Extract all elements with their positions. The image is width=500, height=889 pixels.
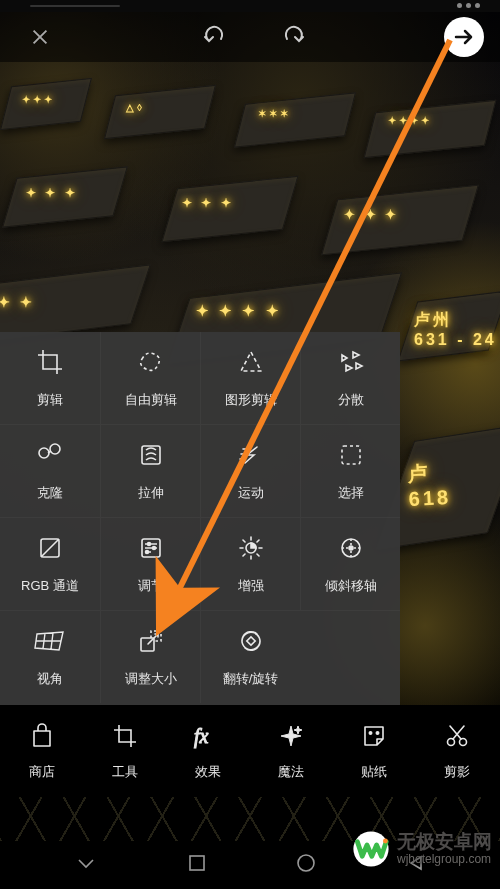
bottom-category-bar: 商店 工具 fx 效果 魔法 贴纸 剪影 bbox=[0, 705, 500, 797]
grid-perspective[interactable]: 视角 bbox=[0, 611, 100, 703]
grid-tilt[interactable]: 倾斜移轴 bbox=[300, 518, 400, 610]
bottom-tools[interactable]: 工具 bbox=[83, 705, 166, 797]
grid-label: 拉伸 bbox=[138, 484, 164, 502]
grid-resize[interactable]: 调整大小 bbox=[100, 611, 200, 703]
svg-point-1 bbox=[50, 444, 60, 454]
grid-label: 剪辑 bbox=[37, 391, 63, 409]
svg-rect-13 bbox=[246, 637, 254, 645]
magic-icon bbox=[276, 721, 306, 755]
svg-point-8 bbox=[145, 551, 148, 554]
close-icon bbox=[29, 26, 51, 48]
status-bar bbox=[0, 0, 500, 12]
enhance-icon bbox=[236, 533, 266, 567]
clone-icon bbox=[35, 440, 65, 474]
grid-label: RGB 通道 bbox=[21, 577, 79, 595]
crop-tool-icon bbox=[110, 721, 140, 755]
bottom-sticker[interactable]: 贴纸 bbox=[332, 705, 415, 797]
select-icon bbox=[336, 440, 366, 474]
store-icon bbox=[27, 721, 57, 755]
tool-grid-panel: 剪辑 自由剪辑 图形剪辑 分散 克隆 拉伸 运动 选择 bbox=[0, 332, 400, 707]
grid-shape-crop[interactable]: 图形剪辑 bbox=[200, 332, 300, 424]
stretch-icon bbox=[136, 440, 166, 474]
grid-label: 分散 bbox=[338, 391, 364, 409]
svg-point-11 bbox=[349, 546, 353, 550]
redo-icon bbox=[279, 23, 307, 47]
forward-button[interactable] bbox=[444, 17, 484, 57]
grid-clone[interactable]: 克隆 bbox=[0, 425, 100, 517]
grid-motion[interactable]: 运动 bbox=[200, 425, 300, 517]
svg-point-15 bbox=[369, 732, 371, 734]
nav-back[interactable] bbox=[407, 854, 425, 876]
grid-free-crop[interactable]: 自由剪辑 bbox=[100, 332, 200, 424]
grid-label: 增强 bbox=[238, 577, 264, 595]
grid-rgb[interactable]: RGB 通道 bbox=[0, 518, 100, 610]
chevron-down-icon bbox=[75, 852, 97, 874]
svg-rect-3 bbox=[342, 446, 360, 464]
grid-label: 克隆 bbox=[37, 484, 63, 502]
scissors-icon bbox=[442, 721, 472, 755]
redo-button[interactable] bbox=[279, 23, 307, 51]
shape-crop-icon bbox=[236, 347, 266, 381]
crop-icon bbox=[35, 347, 65, 381]
svg-point-16 bbox=[376, 732, 378, 734]
chevron-right-icon bbox=[452, 25, 476, 49]
grid-label: 图形剪辑 bbox=[225, 391, 277, 409]
resize-icon bbox=[136, 626, 166, 660]
tilt-icon bbox=[336, 533, 366, 567]
svg-point-0 bbox=[39, 448, 49, 458]
perspective-icon bbox=[33, 626, 67, 660]
grid-label: 调节 bbox=[138, 577, 164, 595]
svg-point-20 bbox=[298, 855, 314, 871]
grid-enhance[interactable]: 增强 bbox=[200, 518, 300, 610]
undo-button[interactable] bbox=[201, 23, 229, 51]
grid-crop[interactable]: 剪辑 bbox=[0, 332, 100, 424]
bottom-store[interactable]: 商店 bbox=[0, 705, 83, 797]
grid-select[interactable]: 选择 bbox=[300, 425, 400, 517]
adjust-icon bbox=[136, 533, 166, 567]
svg-rect-19 bbox=[190, 856, 204, 870]
grid-label: 选择 bbox=[338, 484, 364, 502]
bottom-fx[interactable]: fx 效果 bbox=[166, 705, 249, 797]
rotate-icon bbox=[236, 626, 266, 660]
free-crop-icon bbox=[136, 347, 166, 381]
grid-label: 翻转/旋转 bbox=[223, 670, 279, 688]
grid-rotate[interactable]: 翻转/旋转 bbox=[200, 611, 300, 703]
nav-down[interactable] bbox=[75, 852, 97, 878]
bottom-magic[interactable]: 魔法 bbox=[249, 705, 332, 797]
system-nav-bar bbox=[0, 841, 500, 889]
close-button[interactable] bbox=[0, 26, 80, 48]
grid-stretch[interactable]: 拉伸 bbox=[100, 425, 200, 517]
bottom-label: 魔法 bbox=[278, 763, 304, 781]
undo-icon bbox=[201, 23, 229, 47]
grid-label: 倾斜移轴 bbox=[325, 577, 377, 595]
fx-icon: fx bbox=[191, 721, 225, 755]
grid-label: 自由剪辑 bbox=[125, 391, 177, 409]
notch-line bbox=[30, 5, 120, 7]
below-area bbox=[0, 797, 500, 841]
svg-point-7 bbox=[152, 547, 155, 550]
square-icon bbox=[188, 854, 206, 872]
bottom-label: 贴纸 bbox=[361, 763, 387, 781]
bottom-label: 商店 bbox=[29, 763, 55, 781]
grid-label: 调整大小 bbox=[125, 670, 177, 688]
bottom-label: 剪影 bbox=[444, 763, 470, 781]
grid-adjust[interactable]: 调节 bbox=[100, 518, 200, 610]
status-right bbox=[457, 3, 480, 8]
sticker-icon bbox=[359, 721, 389, 755]
rgb-icon bbox=[35, 533, 65, 567]
grid-label: 运动 bbox=[238, 484, 264, 502]
circle-icon bbox=[296, 853, 316, 873]
svg-text:fx: fx bbox=[194, 725, 209, 748]
bottom-label: 效果 bbox=[195, 763, 221, 781]
triangle-left-icon bbox=[407, 854, 425, 872]
editor-top-bar bbox=[0, 12, 500, 62]
motion-icon bbox=[236, 440, 266, 474]
bottom-label: 工具 bbox=[112, 763, 138, 781]
svg-point-6 bbox=[147, 543, 150, 546]
grid-scatter[interactable]: 分散 bbox=[300, 332, 400, 424]
nav-home[interactable] bbox=[296, 853, 316, 877]
scatter-icon bbox=[336, 347, 366, 381]
bottom-scissors[interactable]: 剪影 bbox=[415, 705, 498, 797]
grid-label: 视角 bbox=[37, 670, 63, 688]
nav-recent[interactable] bbox=[188, 854, 206, 876]
